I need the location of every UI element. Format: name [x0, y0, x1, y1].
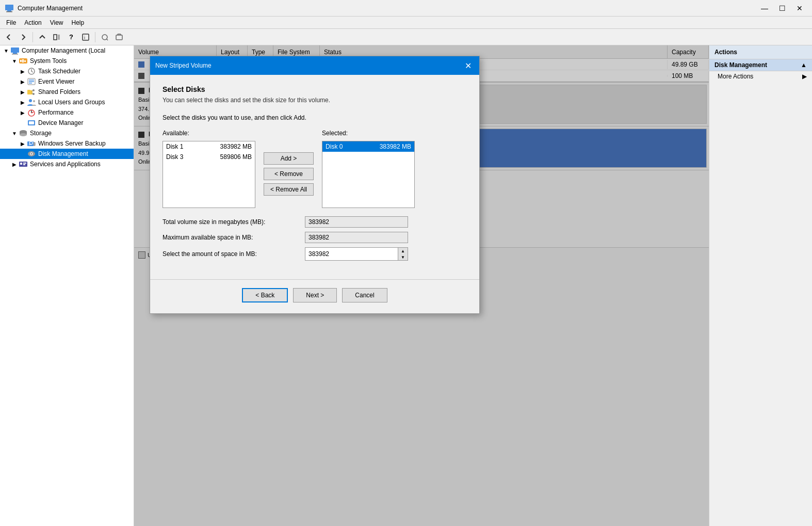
cancel-button[interactable]: Cancel: [342, 288, 387, 302]
task-scheduler-label: Task Scheduler: [38, 68, 80, 75]
dialog-close-button[interactable]: ✕: [462, 59, 474, 72]
svg-rect-5: [83, 34, 89, 40]
sidebar-item-event-viewer[interactable]: ▶ Event Viewer: [0, 76, 134, 87]
up-button[interactable]: [36, 31, 49, 43]
minimize-button[interactable]: —: [756, 1, 773, 15]
sidebar-item-windows-backup[interactable]: ▶ Windows Server Backup: [0, 138, 134, 149]
svg-point-23: [33, 89, 35, 91]
show-hide-tree-button[interactable]: [50, 31, 63, 43]
extra-button-2[interactable]: [112, 31, 126, 43]
dialog-footer: < Back Next > Cancel: [150, 279, 479, 311]
back-button[interactable]: [2, 31, 15, 43]
sidebar: ▼ Computer Management (Local ▼ System To…: [0, 45, 134, 526]
available-disk-1-size: 589806 MB: [220, 153, 252, 161]
available-disks-listbox[interactable]: Disk 1 383982 MB Disk 3 589806 MB: [163, 141, 255, 208]
expand-icon-backup: ▶: [19, 141, 27, 147]
spin-up-button[interactable]: ▲: [398, 248, 408, 254]
toolbar-separator-1: [33, 32, 33, 42]
properties-button[interactable]: i: [79, 31, 92, 43]
menu-file[interactable]: File: [2, 18, 20, 27]
maximize-button[interactable]: ☐: [774, 1, 790, 15]
help-button[interactable]: ?: [64, 31, 78, 43]
sidebar-item-device-manager[interactable]: ▶ Device Manager: [0, 118, 134, 128]
local-users-label: Local Users and Groups: [38, 99, 105, 106]
info-row-1: Maximum available space in MB: 383982: [163, 232, 467, 243]
back-button[interactable]: < Back: [242, 288, 288, 302]
menu-bar: File Action View Help: [0, 17, 812, 29]
app-icon: [4, 3, 14, 13]
system-tools-label: System Tools: [30, 57, 67, 65]
selected-disk-0-name: Disk 0: [326, 143, 343, 150]
remove-button[interactable]: < Remove: [264, 168, 314, 180]
extra-button-1[interactable]: [98, 31, 111, 43]
expand-icon-shared: ▶: [19, 89, 27, 95]
actions-item-more[interactable]: More Actions ▶: [709, 71, 812, 82]
menu-help[interactable]: Help: [68, 18, 89, 27]
computer-icon: [10, 46, 20, 55]
expand-icon-performance: ▶: [19, 110, 27, 116]
svg-rect-8: [116, 35, 122, 40]
svg-rect-40: [23, 164, 25, 165]
menu-view[interactable]: View: [46, 18, 68, 27]
toolbar: ? i: [0, 29, 812, 45]
sidebar-item-storage[interactable]: ▼ Storage: [0, 128, 134, 138]
right-panel: Actions Disk Management ▲ More Actions ▶: [709, 45, 812, 526]
svg-point-32: [20, 133, 27, 136]
remove-all-button[interactable]: < Remove All: [264, 183, 314, 196]
sidebar-item-task-scheduler[interactable]: ▶ Task Scheduler: [0, 66, 134, 76]
tools-icon: [19, 57, 28, 65]
sidebar-item-disk-management[interactable]: ▶ Disk Management: [0, 149, 134, 159]
sidebar-item-services-apps[interactable]: ▶ Services and Applications: [0, 159, 134, 169]
services-icon: [19, 160, 28, 168]
info-row-2: Select the amount of space in MB: ▲ ▼: [163, 247, 467, 261]
svg-rect-10: [13, 53, 17, 54]
window-controls: — ☐ ✕: [756, 1, 808, 15]
close-button[interactable]: ✕: [791, 1, 808, 15]
spin-controls: ▲ ▼: [398, 248, 408, 260]
sidebar-item-shared-folders[interactable]: ▶ Shared Folders: [0, 87, 134, 97]
add-button[interactable]: Add >: [264, 152, 314, 165]
services-apps-label: Services and Applications: [30, 161, 101, 168]
selected-disk-0[interactable]: Disk 0 383982 MB: [322, 141, 414, 152]
expand-icon-root: ▼: [2, 48, 10, 54]
disk-transfer-buttons: Add > < Remove < Remove All: [264, 130, 314, 208]
forward-button[interactable]: [17, 31, 30, 43]
available-disk-1[interactable]: Disk 3 589806 MB: [163, 152, 255, 162]
disk-management-label: Disk Management: [38, 150, 88, 157]
sidebar-item-performance[interactable]: ▶ Performance: [0, 107, 134, 118]
svg-rect-13: [20, 60, 22, 62]
available-disk-0-size: 383982 MB: [220, 143, 252, 150]
selected-disks-listbox[interactable]: Disk 0 383982 MB: [322, 141, 415, 208]
svg-text:i: i: [84, 35, 85, 40]
available-disk-0[interactable]: Disk 1 383982 MB: [163, 141, 255, 152]
svg-rect-9: [11, 47, 19, 53]
actions-subheader: Disk Management ▲: [709, 59, 812, 71]
svg-rect-4: [58, 35, 60, 40]
svg-point-24: [33, 93, 35, 95]
svg-rect-22: [27, 90, 30, 91]
space-amount-input[interactable]: [305, 248, 398, 260]
svg-rect-0: [5, 5, 13, 10]
svg-rect-3: [54, 35, 57, 40]
svg-rect-29: [29, 121, 34, 124]
dialog-overlay: New Striped Volume ✕ Select Disks You ca…: [134, 45, 709, 526]
info-value-spin-2[interactable]: ▲ ▼: [305, 247, 408, 261]
next-button[interactable]: Next >: [293, 288, 337, 302]
dialog-section-subtitle: You can select the disks and set the dis…: [163, 97, 467, 104]
more-actions-arrow: ▶: [802, 73, 807, 80]
device-manager-icon: [27, 119, 36, 127]
spin-down-button[interactable]: ▼: [398, 254, 408, 260]
info-label-2: Select the amount of space in MB:: [163, 250, 297, 258]
storage-label: Storage: [30, 130, 52, 137]
sidebar-item-root[interactable]: ▼ Computer Management (Local: [0, 45, 134, 56]
more-actions-label: More Actions: [718, 73, 753, 80]
menu-action[interactable]: Action: [20, 18, 45, 27]
info-grid: Total volume size in megabytes (MB): 383…: [163, 216, 467, 261]
disk-selector-row: Available: Disk 1 383982 MB Disk 3 58980…: [163, 130, 467, 208]
local-users-icon: [27, 98, 36, 106]
disk-management-icon: [27, 150, 36, 158]
sidebar-item-local-users[interactable]: ▶ Local Users and Groups: [0, 97, 134, 107]
sidebar-item-system-tools[interactable]: ▼ System Tools: [0, 56, 134, 66]
performance-icon: [27, 108, 36, 117]
actions-collapse-icon[interactable]: ▲: [801, 61, 807, 69]
